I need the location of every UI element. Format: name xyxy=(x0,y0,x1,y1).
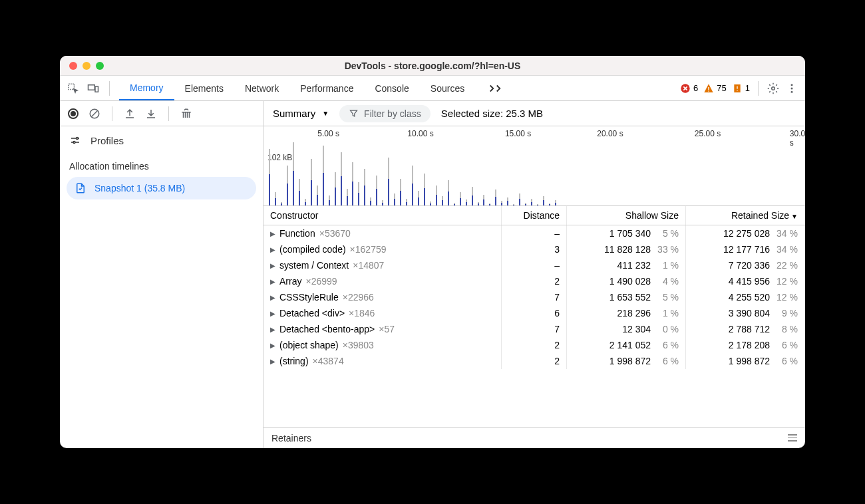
inspect-element-icon[interactable] xyxy=(67,82,80,95)
retained-cell: 4 255 52012 % xyxy=(686,289,805,305)
table-row[interactable]: ▶Detached <bento-app> ×57712 3040 %2 788… xyxy=(263,321,805,337)
table-row[interactable]: ▶CSSStyleRule ×2296671 653 5525 %4 255 5… xyxy=(263,289,805,305)
more-tabs-button[interactable] xyxy=(475,76,515,100)
expand-icon[interactable]: ▶ xyxy=(270,358,275,365)
sidebar-toolbar xyxy=(60,101,263,126)
constructor-name: (compiled code) xyxy=(279,244,346,255)
error-badge[interactable]: 6 xyxy=(680,83,698,94)
constructor-count: ×43874 xyxy=(313,356,344,366)
download-icon[interactable] xyxy=(144,107,158,120)
main-panel: Summary ▼ Filter by class Selected size:… xyxy=(263,101,805,448)
svg-rect-5 xyxy=(709,90,709,91)
retained-cell: 12 177 71634 % xyxy=(686,241,805,257)
table-row[interactable]: ▶Array ×2699921 490 0284 %4 415 95612 % xyxy=(263,273,805,289)
distance-cell: 2 xyxy=(502,273,567,289)
issues-count: 1 xyxy=(745,83,750,93)
table-row[interactable]: ▶(string) ×4387421 998 8726 %1 998 8726 … xyxy=(263,353,805,369)
retained-cell: 2 788 7128 % xyxy=(686,321,805,337)
divider xyxy=(168,106,169,121)
distance-cell: – xyxy=(502,257,567,273)
shallow-cell: 1 998 8726 % xyxy=(567,353,686,369)
close-window-button[interactable] xyxy=(69,62,77,70)
record-button[interactable] xyxy=(67,107,80,120)
file-icon xyxy=(75,182,86,194)
retainers-panel-header[interactable]: Retainers xyxy=(263,427,805,448)
tab-memory[interactable]: Memory xyxy=(119,76,174,100)
warning-badge[interactable]: 75 xyxy=(703,83,726,94)
tab-console[interactable]: Console xyxy=(364,76,419,100)
expand-icon[interactable]: ▶ xyxy=(270,326,275,333)
tab-sources[interactable]: Sources xyxy=(420,76,475,100)
svg-rect-1 xyxy=(88,84,95,90)
settings-icon[interactable] xyxy=(767,82,780,95)
allocation-timeline-chart[interactable]: 5.00 s 10.00 s 15.00 s 20.00 s 25.00 s 3… xyxy=(263,126,805,206)
svg-point-10 xyxy=(791,84,793,86)
constructor-name: (object shape) xyxy=(279,340,339,350)
tab-list: Memory Elements Network Performance Cons… xyxy=(119,76,515,100)
tab-performance[interactable]: Performance xyxy=(289,76,364,100)
tab-network[interactable]: Network xyxy=(234,76,289,100)
snapshot-label: Snapshot 1 (35.8 MB) xyxy=(94,183,185,193)
expand-icon[interactable]: ▶ xyxy=(270,342,275,349)
col-distance[interactable]: Distance xyxy=(502,206,567,225)
constructor-count: ×53670 xyxy=(319,228,351,239)
menu-icon[interactable] xyxy=(788,434,797,441)
constructor-count: ×1846 xyxy=(349,308,375,318)
divider xyxy=(758,81,759,96)
upload-icon[interactable] xyxy=(123,107,136,120)
expand-icon[interactable]: ▶ xyxy=(270,278,275,285)
expand-icon[interactable]: ▶ xyxy=(270,310,275,317)
section-allocation-timelines: Allocation timelines xyxy=(60,154,263,176)
svg-rect-7 xyxy=(737,86,737,88)
device-toolbar-icon[interactable] xyxy=(86,82,100,95)
expand-icon[interactable]: ▶ xyxy=(270,262,275,269)
col-retained[interactable]: Retained Size▼ xyxy=(686,206,805,225)
collect-garbage-icon[interactable] xyxy=(180,107,193,120)
warning-count: 75 xyxy=(717,83,726,93)
table-row[interactable]: ▶Function ×53670–1 705 3405 %12 275 0283… xyxy=(263,225,805,242)
shallow-cell: 218 2961 % xyxy=(567,305,686,321)
expand-icon[interactable]: ▶ xyxy=(270,230,275,237)
expand-icon[interactable]: ▶ xyxy=(270,294,275,301)
constructor-count: ×39803 xyxy=(343,340,374,350)
sort-desc-icon: ▼ xyxy=(791,213,798,220)
constructor-name: Detached <div> xyxy=(279,308,345,318)
issues-badge[interactable]: 1 xyxy=(732,83,750,94)
sliders-icon xyxy=(69,134,81,146)
tick: 20.00 s xyxy=(597,129,623,138)
shallow-cell: 11 828 12833 % xyxy=(567,241,686,257)
shallow-cell: 1 490 0284 % xyxy=(567,273,686,289)
table-row[interactable]: ▶(object shape) ×3980322 141 0526 %2 178… xyxy=(263,337,805,353)
filter-input[interactable]: Filter by class xyxy=(339,105,431,122)
retained-cell: 3 390 8049 % xyxy=(686,305,805,321)
shallow-cell: 12 3040 % xyxy=(567,321,686,337)
distance-cell: 3 xyxy=(502,241,567,257)
main-toolbar: Summary ▼ Filter by class Selected size:… xyxy=(263,101,805,126)
snapshot-item[interactable]: Snapshot 1 (35.8 MB) xyxy=(67,177,256,199)
table-row[interactable]: ▶Detached <div> ×18466218 2961 %3 390 80… xyxy=(263,305,805,321)
constructor-name: CSSStyleRule xyxy=(279,292,339,303)
more-menu-icon[interactable] xyxy=(785,82,798,95)
svg-rect-2 xyxy=(95,86,98,92)
tab-elements[interactable]: Elements xyxy=(174,76,234,100)
col-constructor[interactable]: Constructor xyxy=(263,206,502,225)
heap-table: Constructor Distance Shallow Size Retain… xyxy=(263,206,805,427)
svg-point-15 xyxy=(73,142,75,144)
col-shallow[interactable]: Shallow Size xyxy=(567,206,686,225)
tick: 25.00 s xyxy=(695,129,721,138)
constructor-name: system / Context xyxy=(279,260,349,271)
expand-icon[interactable]: ▶ xyxy=(270,246,275,253)
clear-button[interactable] xyxy=(88,107,101,120)
table-row[interactable]: ▶(compiled code) ×162759311 828 12833 %1… xyxy=(263,241,805,257)
distance-cell: – xyxy=(502,225,567,242)
view-dropdown[interactable]: Summary ▼ xyxy=(273,108,329,119)
constructor-name: (string) xyxy=(279,356,309,366)
shallow-cell: 1 705 3405 % xyxy=(567,225,686,242)
divider xyxy=(109,81,110,96)
chevron-down-icon: ▼ xyxy=(322,110,329,117)
minimize-window-button[interactable] xyxy=(83,62,90,70)
maximize-window-button[interactable] xyxy=(96,62,104,70)
profiles-header[interactable]: Profiles xyxy=(60,126,263,154)
retained-cell: 4 415 95612 % xyxy=(686,273,805,289)
table-row[interactable]: ▶system / Context ×14807–411 2321 %7 720… xyxy=(263,257,805,273)
